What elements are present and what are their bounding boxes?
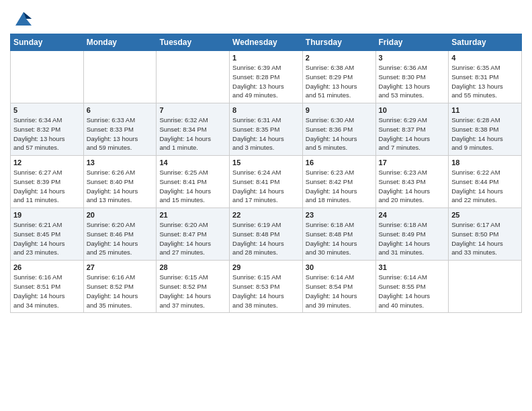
page: SundayMondayTuesdayWednesdayThursdayFrid… — [0, 0, 532, 323]
calendar-cell: 30Sunrise: 6:14 AM Sunset: 8:54 PM Dayli… — [302, 261, 375, 313]
calendar-cell: 8Sunrise: 6:31 AM Sunset: 8:35 PM Daylig… — [230, 103, 303, 156]
calendar-day-header: Saturday — [449, 34, 522, 51]
day-info: Sunrise: 6:20 AM Sunset: 8:47 PM Dayligh… — [159, 220, 226, 257]
calendar-cell: 27Sunrise: 6:16 AM Sunset: 8:52 PM Dayli… — [83, 261, 157, 313]
calendar-week-row: 19Sunrise: 6:21 AM Sunset: 8:45 PM Dayli… — [11, 208, 522, 261]
day-number: 16 — [306, 158, 373, 167]
day-info: Sunrise: 6:33 AM Sunset: 8:33 PM Dayligh… — [87, 116, 154, 152]
day-info: Sunrise: 6:14 AM Sunset: 8:54 PM Dayligh… — [306, 273, 373, 310]
calendar-cell: 29Sunrise: 6:15 AM Sunset: 8:53 PM Dayli… — [230, 261, 303, 313]
day-number: 15 — [232, 158, 300, 167]
day-number: 8 — [232, 106, 300, 114]
day-number: 30 — [306, 263, 373, 271]
calendar-cell: 16Sunrise: 6:23 AM Sunset: 8:42 PM Dayli… — [302, 156, 375, 208]
day-number: 20 — [87, 211, 154, 219]
calendar-header-row: SundayMondayTuesdayWednesdayThursdayFrid… — [11, 34, 522, 51]
calendar-cell: 11Sunrise: 6:28 AM Sunset: 8:38 PM Dayli… — [449, 103, 522, 156]
day-number: 5 — [13, 106, 81, 114]
calendar-day-header: Thursday — [302, 34, 375, 51]
calendar-cell: 17Sunrise: 6:23 AM Sunset: 8:43 PM Dayli… — [375, 156, 449, 208]
calendar-cell: 13Sunrise: 6:26 AM Sunset: 8:40 PM Dayli… — [83, 156, 157, 208]
calendar-day-header: Sunday — [11, 34, 84, 51]
day-info: Sunrise: 6:34 AM Sunset: 8:32 PM Dayligh… — [13, 116, 81, 152]
day-info: Sunrise: 6:27 AM Sunset: 8:39 PM Dayligh… — [13, 168, 81, 205]
day-number: 23 — [306, 211, 373, 219]
day-info: Sunrise: 6:26 AM Sunset: 8:40 PM Dayligh… — [87, 168, 154, 205]
day-info: Sunrise: 6:28 AM Sunset: 8:38 PM Dayligh… — [451, 116, 519, 152]
day-info: Sunrise: 6:38 AM Sunset: 8:29 PM Dayligh… — [306, 63, 373, 100]
calendar-day-header: Tuesday — [157, 34, 230, 51]
calendar-cell: 4Sunrise: 6:35 AM Sunset: 8:31 PM Daylig… — [449, 51, 522, 103]
calendar-day-header: Friday — [375, 34, 449, 51]
day-number: 6 — [87, 106, 154, 114]
calendar-cell: 28Sunrise: 6:15 AM Sunset: 8:52 PM Dayli… — [157, 261, 230, 313]
day-number: 2 — [306, 54, 373, 62]
day-number: 27 — [87, 263, 154, 271]
day-info: Sunrise: 6:16 AM Sunset: 8:51 PM Dayligh… — [13, 273, 81, 310]
day-number: 11 — [451, 106, 519, 114]
day-number: 14 — [159, 158, 226, 167]
calendar-cell — [11, 51, 84, 103]
day-info: Sunrise: 6:18 AM Sunset: 8:49 PM Dayligh… — [379, 220, 446, 257]
calendar-week-row: 26Sunrise: 6:16 AM Sunset: 8:51 PM Dayli… — [11, 261, 522, 313]
day-info: Sunrise: 6:39 AM Sunset: 8:28 PM Dayligh… — [232, 63, 300, 100]
day-info: Sunrise: 6:23 AM Sunset: 8:43 PM Dayligh… — [379, 168, 446, 205]
calendar-week-row: 1Sunrise: 6:39 AM Sunset: 8:28 PM Daylig… — [11, 51, 522, 103]
calendar-cell — [449, 261, 522, 313]
day-info: Sunrise: 6:24 AM Sunset: 8:41 PM Dayligh… — [232, 168, 300, 205]
calendar-week-row: 5Sunrise: 6:34 AM Sunset: 8:32 PM Daylig… — [11, 103, 522, 156]
calendar-cell: 19Sunrise: 6:21 AM Sunset: 8:45 PM Dayli… — [11, 208, 84, 261]
day-number: 4 — [451, 54, 519, 62]
calendar-day-header: Wednesday — [230, 34, 303, 51]
calendar-cell: 23Sunrise: 6:18 AM Sunset: 8:48 PM Dayli… — [302, 208, 375, 261]
day-info: Sunrise: 6:31 AM Sunset: 8:35 PM Dayligh… — [232, 116, 300, 152]
calendar-cell: 9Sunrise: 6:30 AM Sunset: 8:36 PM Daylig… — [302, 103, 375, 156]
calendar-cell: 6Sunrise: 6:33 AM Sunset: 8:33 PM Daylig… — [83, 103, 157, 156]
calendar-week-row: 12Sunrise: 6:27 AM Sunset: 8:39 PM Dayli… — [11, 156, 522, 208]
day-number: 1 — [232, 54, 300, 62]
calendar-cell: 10Sunrise: 6:29 AM Sunset: 8:37 PM Dayli… — [375, 103, 449, 156]
day-info: Sunrise: 6:15 AM Sunset: 8:53 PM Dayligh… — [232, 273, 300, 310]
day-number: 31 — [379, 263, 446, 271]
day-info: Sunrise: 6:23 AM Sunset: 8:42 PM Dayligh… — [306, 168, 373, 205]
day-info: Sunrise: 6:30 AM Sunset: 8:36 PM Dayligh… — [306, 116, 373, 152]
calendar-cell: 22Sunrise: 6:19 AM Sunset: 8:48 PM Dayli… — [230, 208, 303, 261]
calendar-cell: 26Sunrise: 6:16 AM Sunset: 8:51 PM Dayli… — [11, 261, 84, 313]
day-number: 18 — [451, 158, 519, 167]
day-number: 24 — [379, 211, 446, 219]
calendar-day-header: Monday — [83, 34, 157, 51]
day-number: 7 — [159, 106, 226, 114]
calendar-cell — [157, 51, 230, 103]
day-number: 29 — [232, 263, 300, 271]
day-info: Sunrise: 6:35 AM Sunset: 8:31 PM Dayligh… — [451, 63, 519, 100]
day-info: Sunrise: 6:20 AM Sunset: 8:46 PM Dayligh… — [87, 220, 154, 257]
calendar-cell: 21Sunrise: 6:20 AM Sunset: 8:47 PM Dayli… — [157, 208, 230, 261]
calendar-table: SundayMondayTuesdayWednesdayThursdayFrid… — [10, 34, 522, 313]
day-number: 3 — [379, 54, 446, 62]
day-info: Sunrise: 6:22 AM Sunset: 8:44 PM Dayligh… — [451, 168, 519, 205]
header — [10, 7, 522, 28]
day-info: Sunrise: 6:21 AM Sunset: 8:45 PM Dayligh… — [13, 220, 81, 257]
logo — [10, 7, 34, 28]
day-number: 10 — [379, 106, 446, 114]
day-info: Sunrise: 6:32 AM Sunset: 8:34 PM Dayligh… — [159, 116, 226, 152]
calendar-cell: 7Sunrise: 6:32 AM Sunset: 8:34 PM Daylig… — [157, 103, 230, 156]
day-info: Sunrise: 6:14 AM Sunset: 8:55 PM Dayligh… — [379, 273, 446, 310]
day-number: 17 — [379, 158, 446, 167]
day-info: Sunrise: 6:29 AM Sunset: 8:37 PM Dayligh… — [379, 116, 446, 152]
day-number: 12 — [13, 158, 81, 167]
calendar-cell: 18Sunrise: 6:22 AM Sunset: 8:44 PM Dayli… — [449, 156, 522, 208]
day-number: 21 — [159, 211, 226, 219]
day-info: Sunrise: 6:16 AM Sunset: 8:52 PM Dayligh… — [87, 273, 154, 310]
calendar-cell: 3Sunrise: 6:36 AM Sunset: 8:30 PM Daylig… — [375, 51, 449, 103]
calendar-cell — [83, 51, 157, 103]
logo-icon — [13, 7, 34, 28]
calendar-cell: 25Sunrise: 6:17 AM Sunset: 8:50 PM Dayli… — [449, 208, 522, 261]
day-number: 19 — [13, 211, 81, 219]
day-info: Sunrise: 6:25 AM Sunset: 8:41 PM Dayligh… — [159, 168, 226, 205]
day-info: Sunrise: 6:15 AM Sunset: 8:52 PM Dayligh… — [159, 273, 226, 310]
day-number: 13 — [87, 158, 154, 167]
calendar-cell: 2Sunrise: 6:38 AM Sunset: 8:29 PM Daylig… — [302, 51, 375, 103]
day-number: 26 — [13, 263, 81, 271]
calendar-cell: 14Sunrise: 6:25 AM Sunset: 8:41 PM Dayli… — [157, 156, 230, 208]
